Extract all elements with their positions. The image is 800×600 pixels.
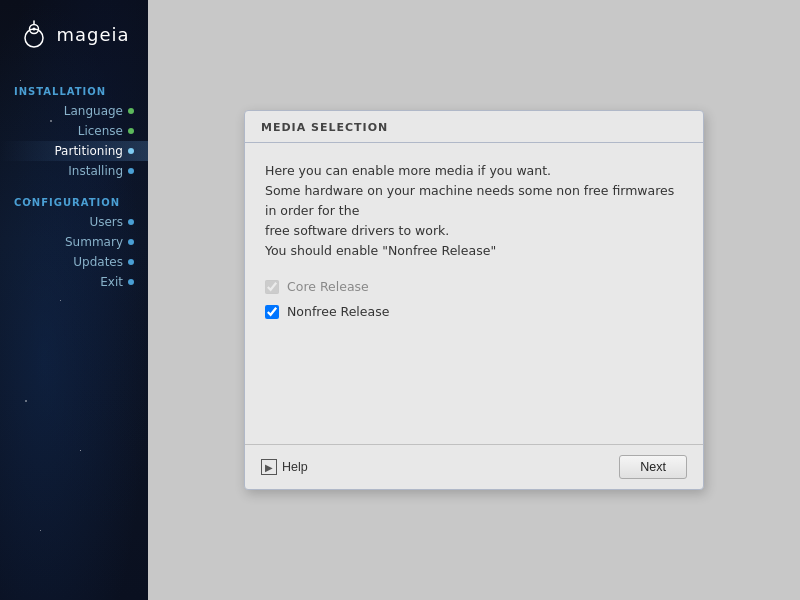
media-selection-dialog: MEDIA SELECTION Here you can enable more… [244, 110, 704, 490]
main-area: MEDIA SELECTION Here you can enable more… [148, 0, 800, 600]
dialog-title: MEDIA SELECTION [261, 121, 388, 134]
info-line3: free software drivers to work. [265, 223, 449, 238]
sidebar-dot-language [128, 108, 134, 114]
configuration-section-label: CONFIGURATION [0, 191, 148, 212]
sidebar-item-exit-label: Exit [100, 275, 123, 289]
sidebar-item-summary[interactable]: Summary [0, 232, 148, 252]
sidebar-dot-updates [128, 259, 134, 265]
sidebar-dot-users [128, 219, 134, 225]
sidebar-dot-installing [128, 168, 134, 174]
sidebar-item-users-label: Users [89, 215, 123, 229]
sidebar-dot-exit [128, 279, 134, 285]
svg-point-0 [25, 29, 43, 47]
sidebar-item-installing[interactable]: Installing [0, 161, 148, 181]
info-line2: Some hardware on your machine needs some… [265, 183, 674, 218]
help-label: Help [282, 460, 308, 474]
nonfree-release-label: Nonfree Release [287, 304, 389, 319]
mageia-logo-icon [18, 18, 50, 50]
sidebar-item-language-label: Language [64, 104, 123, 118]
sidebar-item-updates-label: Updates [73, 255, 123, 269]
next-button[interactable]: Next [619, 455, 687, 479]
sidebar-item-updates[interactable]: Updates [0, 252, 148, 272]
sidebar-item-summary-label: Summary [65, 235, 123, 249]
core-release-row: Core Release [265, 279, 683, 294]
sidebar-item-users[interactable]: Users [0, 212, 148, 232]
sidebar-item-partitioning[interactable]: Partitioning [0, 141, 148, 161]
svg-point-2 [33, 28, 36, 31]
sidebar-item-installing-label: Installing [68, 164, 123, 178]
help-icon: ▶ [261, 459, 277, 475]
sidebar: mageia INSTALLATION Language License Par… [0, 0, 148, 600]
sidebar-item-partitioning-label: Partitioning [54, 144, 123, 158]
dialog-body: Here you can enable more media if you wa… [245, 143, 703, 444]
help-button[interactable]: ▶ Help [261, 459, 308, 475]
sidebar-item-license[interactable]: License [0, 121, 148, 141]
sidebar-item-exit[interactable]: Exit [0, 272, 148, 292]
core-release-label: Core Release [287, 279, 369, 294]
installation-section-label: INSTALLATION [0, 80, 148, 101]
logo-text: mageia [56, 24, 129, 45]
nonfree-release-row: Nonfree Release [265, 304, 683, 319]
logo-area: mageia [18, 18, 129, 50]
sidebar-dot-license [128, 128, 134, 134]
sidebar-item-license-label: License [78, 124, 123, 138]
dialog-footer: ▶ Help Next [245, 444, 703, 489]
info-text: Here you can enable more media if you wa… [265, 161, 683, 261]
nonfree-release-checkbox[interactable] [265, 305, 279, 319]
info-line1: Here you can enable more media if you wa… [265, 163, 551, 178]
sidebar-dot-summary [128, 239, 134, 245]
sidebar-item-language[interactable]: Language [0, 101, 148, 121]
info-line4: You should enable "Nonfree Release" [265, 243, 496, 258]
sidebar-dot-partitioning [128, 148, 134, 154]
core-release-checkbox[interactable] [265, 280, 279, 294]
dialog-header: MEDIA SELECTION [245, 111, 703, 143]
